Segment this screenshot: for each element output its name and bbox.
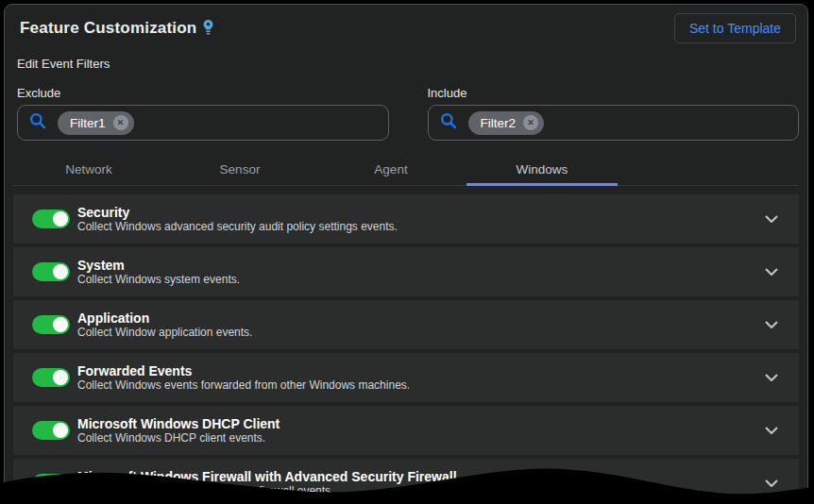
filter-chip-label: Filter1 [70,116,106,130]
feature-description: Collect Windows advanced security audit … [77,220,398,233]
search-icon [439,111,458,134]
feature-row-system[interactable]: System Collect Windows system events. [13,247,799,296]
exclude-label: Exclude [17,86,389,100]
edit-event-filters-heading: Edit Event Filters [17,57,799,71]
close-icon[interactable]: ✕ [113,115,128,130]
feature-toggle[interactable] [32,315,70,334]
close-icon[interactable]: ✕ [523,115,538,130]
exclude-filter-input[interactable]: Filter1 ✕ [17,105,389,141]
feature-title: Microsoft Windows DHCP Client [77,416,280,431]
header: Feature Customization Set to Template [13,5,799,43]
feature-list: Security Collect Windows advanced securi… [13,194,799,504]
tab-agent[interactable]: Agent [315,155,466,186]
feature-row-dhcp-client[interactable]: Microsoft Windows DHCP Client Collect Wi… [13,406,799,455]
feature-description: Collect Window application events. [77,326,252,339]
search-icon [28,111,47,134]
feature-toggle[interactable] [32,210,70,228]
exclude-filter-group: Exclude Filter1 ✕ [17,86,389,141]
chevron-down-icon[interactable] [765,427,778,434]
chevron-down-icon[interactable] [765,215,778,223]
feature-title: Security [77,205,398,220]
feature-customization-panel: Feature Customization Set to Template Ed… [4,4,808,504]
feature-toggle[interactable] [32,368,70,387]
category-tabs: Network Sensor Agent Windows [13,155,799,186]
set-to-template-button[interactable]: Set to Template [674,13,796,43]
include-filter-group: Include Filter2 ✕ [428,86,800,141]
feature-description: Collect Windows DHCP client events. [77,431,280,445]
feature-toggle[interactable] [32,421,70,440]
feature-toggle[interactable] [32,262,70,281]
chevron-down-icon[interactable] [765,374,778,381]
bottom-wave-cutout [0,462,814,504]
chevron-down-icon[interactable] [765,268,778,276]
tab-windows[interactable]: Windows [466,155,618,186]
feature-row-application[interactable]: Application Collect Window application e… [13,300,799,349]
feature-customization-screen: Feature Customization Set to Template Ed… [0,0,814,504]
chevron-down-icon[interactable] [765,321,778,328]
tab-sensor[interactable]: Sensor [164,155,315,186]
filter-chip: Filter1 ✕ [58,111,134,135]
page-title: Feature Customization [20,19,196,38]
feature-row-security[interactable]: Security Collect Windows advanced securi… [13,194,799,244]
feature-title: Forwarded Events [77,363,410,378]
event-filters: Exclude Filter1 ✕ Include [17,86,799,141]
tab-network[interactable]: Network [13,155,164,186]
lightbulb-icon [203,20,213,40]
feature-title: Application [77,311,252,326]
filter-chip: Filter2 ✕ [468,111,545,135]
feature-title: System [77,258,240,273]
feature-description: Collect Windows system events. [77,273,240,286]
include-filter-input[interactable]: Filter2 ✕ [428,105,800,141]
include-label: Include [428,86,800,100]
feature-description: Collect Windows events forwarded from ot… [77,378,410,392]
filter-chip-label: Filter2 [481,116,517,130]
feature-row-forwarded-events[interactable]: Forwarded Events Collect Windows events … [13,353,799,402]
